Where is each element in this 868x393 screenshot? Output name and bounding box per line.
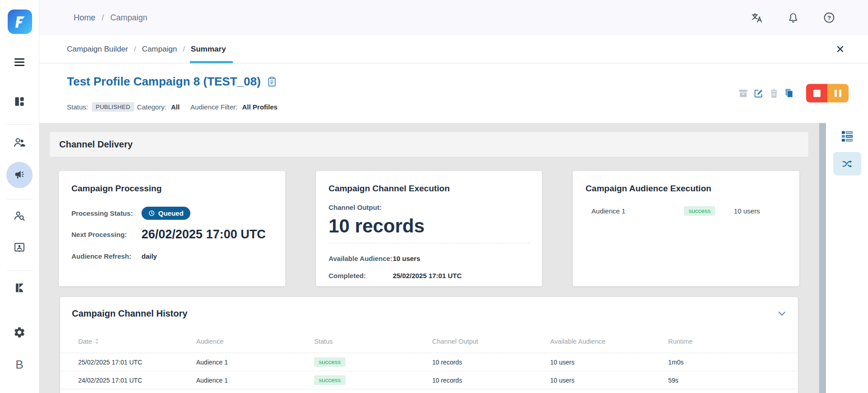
chevron-down-icon[interactable]	[777, 310, 786, 317]
clock-icon	[148, 210, 155, 217]
column-header-date[interactable]: Date	[78, 338, 196, 345]
megaphone-icon	[14, 169, 25, 181]
completed-value: 25/02/2025 17:01 UTC	[393, 272, 462, 279]
campaign-header: Test Profile Campaign 8 (TEST_08) Status…	[39, 63, 868, 123]
help-icon[interactable]: ?	[823, 11, 835, 24]
cell-runtime: 59s	[668, 377, 786, 384]
cell-audience: Audience 1	[196, 359, 314, 366]
breadcrumb-home-link[interactable]: Home	[74, 13, 95, 23]
stop-button[interactable]	[806, 84, 827, 103]
table-row[interactable]: 25/02/2025 17:01 UTC Audience 1 success …	[60, 353, 798, 371]
tab-campaign[interactable]: Campaign	[142, 45, 177, 54]
status-badge: PUBLISHED	[92, 102, 134, 112]
tab-campaign-builder[interactable]: Campaign Builder	[67, 45, 128, 54]
campaign-channel-history-panel: Campaign Channel History Date Audience S…	[60, 297, 798, 393]
campaign-processing-card: Campaign Processing Processing Status: Q…	[59, 171, 285, 286]
status-badge: success	[314, 357, 345, 367]
queued-badge: Queued	[142, 207, 190, 220]
app-screen: B Home / Campaign	[0, 0, 868, 393]
card-title: Campaign Audience Execution	[585, 184, 787, 194]
divider	[329, 243, 530, 243]
column-header-runtime: Runtime	[668, 338, 786, 345]
audience-refresh-label: Audience Refresh:	[71, 252, 142, 260]
pause-button[interactable]	[827, 84, 849, 103]
k-logo-icon[interactable]	[14, 281, 26, 294]
cell-runtime: 1m0s	[668, 359, 786, 366]
tab-breadcrumb: Campaign Builder / Campaign / Summary	[67, 35, 226, 63]
audience-execution-row: Audience 1 success 10 users	[585, 206, 787, 216]
history-title: Campaign Channel History	[72, 308, 188, 319]
cell-available-audience: 10 users	[550, 377, 668, 384]
menu-icon[interactable]	[14, 58, 24, 66]
sidebar: B	[0, 0, 39, 393]
pause-icon	[839, 90, 841, 97]
next-processing-value: 26/02/2025 17:00 UTC	[142, 227, 266, 241]
right-toolbar	[826, 123, 868, 393]
users-icon[interactable]	[13, 137, 26, 148]
campaign-meta-row: Status: PUBLISHED Category: All Audience…	[67, 102, 278, 112]
campaign-actions	[737, 84, 849, 103]
flow-view-button[interactable]	[833, 152, 861, 175]
logo-f-icon	[11, 13, 29, 31]
summary-cards: Campaign Processing Processing Status: Q…	[59, 171, 799, 286]
vertical-scrollbar[interactable]	[819, 123, 826, 393]
copy-name-icon[interactable]	[268, 76, 276, 87]
sidebar-item-campaigns-active[interactable]	[6, 162, 33, 188]
cell-audience: Audience 1	[196, 377, 314, 384]
cell-date: 25/02/2025 17:01 UTC	[78, 359, 196, 366]
available-audience-label: Available Audience:	[329, 255, 393, 262]
user-avatar[interactable]: B	[15, 358, 23, 372]
status-label: Status:	[67, 103, 88, 111]
app-logo[interactable]	[8, 9, 32, 34]
cell-date: 24/02/2025 17:01 UTC	[78, 377, 196, 384]
cell-available-audience: 10 users	[550, 359, 668, 366]
breadcrumb-current: Campaign	[110, 13, 147, 23]
breadcrumb-separator: /	[102, 13, 104, 23]
main-content: Channel Delivery Campaign Processing Pro…	[39, 123, 819, 393]
audience-name: Audience 1	[591, 207, 684, 215]
status-badge: success	[314, 375, 345, 385]
category-label: Category:	[137, 103, 166, 111]
page-title: Test Profile Campaign 8 (TEST_08)	[67, 75, 261, 89]
delete-icon[interactable]	[768, 88, 779, 99]
tab-summary-active[interactable]: Summary	[191, 45, 226, 54]
table-row[interactable]: 24/02/2025 17:01 UTC Audience 1 success …	[60, 371, 798, 389]
topbar-actions: ?	[750, 0, 835, 35]
processing-status-label: Processing Status:	[71, 209, 142, 217]
shuffle-icon	[841, 158, 853, 170]
archive-icon[interactable]	[737, 88, 749, 99]
edit-icon[interactable]	[753, 88, 764, 99]
summary-list-icon[interactable]	[840, 130, 854, 142]
sort-icon	[95, 338, 99, 344]
history-table-body: 25/02/2025 17:01 UTC Audience 1 success …	[60, 353, 798, 389]
column-header-audience: Audience	[196, 338, 314, 345]
audience-refresh-value: daily	[142, 252, 157, 260]
svg-text:?: ?	[827, 14, 831, 21]
column-header-available-audience: Available Audience	[550, 338, 668, 345]
campaign-audience-execution-card: Campaign Audience Execution Audience 1 s…	[573, 171, 799, 286]
card-title: Campaign Processing	[71, 184, 273, 194]
column-header-status: Status	[314, 338, 432, 345]
cell-channel-output: 10 records	[432, 359, 550, 366]
tab-breadcrumb-bar: Campaign Builder / Campaign / Summary	[39, 35, 868, 63]
sidebar-divider	[7, 270, 33, 271]
person-search-icon[interactable]	[14, 210, 26, 222]
duplicate-icon[interactable]	[783, 88, 795, 99]
settings-icon[interactable]	[13, 326, 26, 339]
contact-card-icon[interactable]	[14, 241, 26, 254]
history-table-header: Date Audience Status Channel Output Avai…	[60, 330, 798, 353]
audience-filter-label: Audience Filter:	[190, 103, 237, 111]
section-header: Channel Delivery	[50, 132, 808, 157]
sidebar-divider	[7, 124, 33, 125]
breadcrumb-separator: /	[183, 45, 185, 54]
breadcrumb-separator: /	[134, 45, 136, 54]
section-title: Channel Delivery	[59, 139, 132, 150]
dashboard-icon[interactable]	[14, 95, 26, 108]
stop-icon	[813, 90, 821, 97]
campaign-channel-execution-card: Campaign Channel Execution Channel Outpu…	[316, 171, 542, 286]
close-icon[interactable]	[835, 45, 844, 54]
channel-output-value: 10 records	[329, 216, 530, 237]
translate-icon[interactable]	[750, 11, 763, 24]
notifications-icon[interactable]	[787, 11, 799, 24]
run-control-buttons	[806, 84, 849, 103]
